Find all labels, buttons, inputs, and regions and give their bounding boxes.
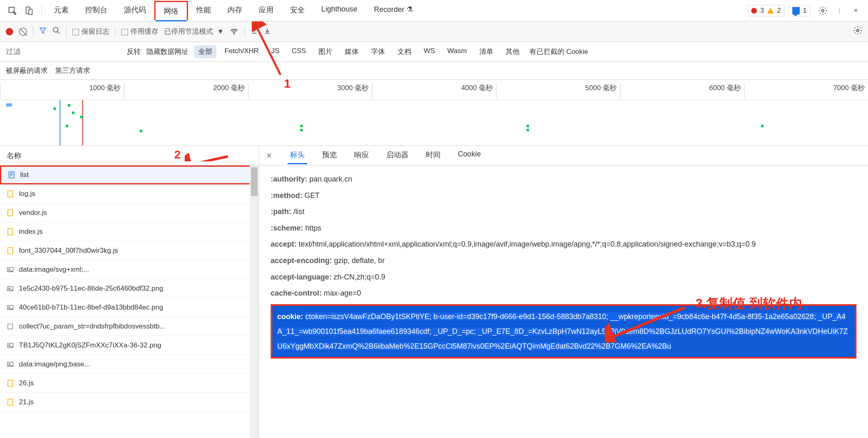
close-devtools-icon[interactable]: ✕ xyxy=(847,2,864,19)
panel-settings-icon[interactable] xyxy=(853,26,862,37)
svg-rect-10 xyxy=(8,191,13,197)
filter-chip-图片[interactable]: 图片 xyxy=(314,45,337,58)
annotation-arrow-3 xyxy=(605,305,687,342)
svg-rect-25 xyxy=(8,380,13,386)
header-scheme-key: :scheme: xyxy=(271,224,303,232)
request-row[interactable]: collect?uc_param_str=dndsfrpfbibdosvessb… xyxy=(0,317,259,336)
svg-rect-2 xyxy=(29,9,32,14)
messages-badge[interactable]: 1 xyxy=(789,5,810,16)
request-name: list xyxy=(20,171,29,179)
request-row[interactable]: log.js xyxy=(0,184,259,203)
network-main: 名称 2 listlog.jsvendor.jsindex.jsfont_330… xyxy=(0,146,868,438)
devtools-tab-4[interactable]: 性能 xyxy=(188,1,219,20)
svg-point-6 xyxy=(856,29,859,32)
throttling-select[interactable]: 已停用节流模式 ▼ xyxy=(164,27,224,36)
devtools-tab-9[interactable]: Recorder ⚗ xyxy=(366,1,421,20)
detail-tab-3[interactable]: 启动器 xyxy=(384,147,411,164)
timeline-tick: 2000 毫秒 xyxy=(124,83,248,98)
devtools-tab-2[interactable]: 源代码 xyxy=(116,1,154,20)
blocked-requests-checkbox[interactable]: 被屏蔽的请求 xyxy=(6,66,48,75)
blocked-cookies-checkbox[interactable]: 有已拦截的 Cookie xyxy=(529,47,588,56)
svg-point-4 xyxy=(53,28,58,33)
file-type-icon xyxy=(7,398,14,406)
detail-tab-4[interactable]: 时间 xyxy=(423,147,443,164)
request-row[interactable]: 1e5c2430-b975-11ec-86de-25c6460bdf32.png xyxy=(0,279,259,298)
request-row[interactable]: 40ce61b0-b71b-11ec-8bef-d9a13bbd84ec.png xyxy=(0,298,259,317)
request-name: 1e5c2430-b975-11ec-86de-25c6460bdf32.png xyxy=(19,284,163,293)
request-row[interactable]: vendor.js xyxy=(0,203,259,222)
record-button[interactable] xyxy=(6,28,13,35)
devtools-tab-5[interactable]: 内存 xyxy=(219,1,251,20)
svg-line-27 xyxy=(609,308,685,338)
filter-chip-媒体[interactable]: 媒体 xyxy=(341,45,363,58)
svg-point-5 xyxy=(234,33,234,34)
devtools-tab-7[interactable]: 安全 xyxy=(282,1,313,20)
disable-cache-checkbox[interactable]: 停用缓存 xyxy=(121,27,158,36)
close-detail-icon[interactable]: × xyxy=(263,150,275,161)
filter-chip-Wasm[interactable]: Wasm xyxy=(443,45,471,58)
devtools-tab-3[interactable]: 网络 xyxy=(154,1,188,20)
devtools-tabs: 元素控制台源代码网络性能内存应用安全LighthouseRecorder ⚗ xyxy=(46,1,421,20)
request-row[interactable]: 21.js xyxy=(0,393,259,412)
annotation-3: 3.复制值 到软件内 xyxy=(695,289,802,318)
svg-point-3 xyxy=(822,9,824,12)
filter-chip-全部[interactable]: 全部 xyxy=(194,45,216,58)
request-list[interactable]: listlog.jsvendor.jsindex.jsfont_3307044_… xyxy=(0,165,259,438)
clear-button[interactable] xyxy=(19,28,27,36)
filter-chip-WS[interactable]: WS xyxy=(420,45,439,58)
request-name: font_3307044_00f7hd0wir3kg.js xyxy=(19,247,118,255)
network-conditions-icon[interactable] xyxy=(230,26,239,37)
detail-tab-2[interactable]: 响应 xyxy=(352,147,371,164)
preserve-log-checkbox[interactable]: 保留日志 xyxy=(72,27,109,36)
issues-badge[interactable]: 3 2 xyxy=(747,5,784,16)
device-toggle-icon[interactable] xyxy=(21,2,37,19)
network-timeline[interactable]: 1000 毫秒2000 毫秒3000 毫秒4000 毫秒5000 毫秒6000 … xyxy=(0,80,868,146)
header-path-value: /list xyxy=(293,207,304,216)
more-icon[interactable]: ⋮ xyxy=(831,2,847,19)
header-accept-language-key: accept-language: xyxy=(271,273,332,281)
detail-tab-1[interactable]: 预览 xyxy=(320,147,339,164)
devtools-tab-6[interactable]: 应用 xyxy=(251,1,282,20)
request-row[interactable]: font_3307044_00f7hd0wir3kg.js xyxy=(0,241,259,260)
devtools-tab-1[interactable]: 控制台 xyxy=(77,1,116,20)
filter-input[interactable] xyxy=(6,47,121,56)
file-type-icon xyxy=(7,342,14,349)
request-row[interactable]: TB1J5Q7tKL2gK0jSZFmXXc7iXXa-36-32.png xyxy=(0,336,259,355)
file-type-icon xyxy=(7,323,14,330)
inspect-element-icon[interactable] xyxy=(4,2,21,19)
devtools-tab-8[interactable]: Lighthouse xyxy=(313,1,366,20)
detail-tab-5[interactable]: Cookie xyxy=(455,147,483,164)
filter-toggle-icon[interactable] xyxy=(39,27,46,36)
filter-chip-字体[interactable]: 字体 xyxy=(367,45,389,58)
svg-rect-12 xyxy=(8,228,13,235)
filter-chip-文档[interactable]: 文档 xyxy=(393,45,415,58)
settings-icon[interactable] xyxy=(815,2,831,19)
devtools-tab-0[interactable]: 元素 xyxy=(46,1,77,20)
request-row[interactable]: data:image/png;base... xyxy=(0,355,259,374)
headers-panel[interactable]: :authority: pan.quark.cn :method: GET :p… xyxy=(259,165,868,438)
scrollbar[interactable] xyxy=(250,165,259,438)
request-row[interactable]: index.js xyxy=(0,222,259,241)
annotation-arrow-2 xyxy=(185,153,230,161)
request-row[interactable]: list xyxy=(0,165,259,184)
header-accept-language-value: zh-CN,zh;q=0.9 xyxy=(334,273,385,281)
filter-chip-CSS[interactable]: CSS xyxy=(288,45,310,58)
search-icon[interactable] xyxy=(52,26,60,37)
name-column-header[interactable]: 名称 xyxy=(7,151,21,161)
svg-rect-26 xyxy=(8,399,13,405)
detail-tab-0[interactable]: 标头 xyxy=(288,147,307,164)
filter-chips: 全部Fetch/XHRJSCSS图片媒体字体文档WSWasm清单其他 xyxy=(194,45,524,58)
header-cookie-value: ctoken=iszsV4awFzDaOBy1tSKPtiYE; b-user-… xyxy=(277,312,848,350)
request-name: 40ce61b0-b71b-11ec-8bef-d9a13bbd84ec.png xyxy=(19,303,163,312)
filter-chip-清单[interactable]: 清单 xyxy=(475,45,497,58)
third-party-checkbox[interactable]: 第三方请求 xyxy=(55,66,90,75)
hide-data-urls-checkbox[interactable]: 隐藏数据网址 xyxy=(146,47,188,56)
filter-chip-其他[interactable]: 其他 xyxy=(501,45,524,58)
timeline-tick: 1000 毫秒 xyxy=(0,83,124,98)
svg-line-8 xyxy=(187,156,228,161)
request-row[interactable]: data:image/svg+xml;... xyxy=(0,260,259,279)
devtools-tabbar: 元素控制台源代码网络性能内存应用安全LighthouseRecorder ⚗ 3… xyxy=(0,0,868,21)
request-row[interactable]: 26.js xyxy=(0,374,259,393)
invert-checkbox[interactable]: 反转 xyxy=(127,47,141,56)
svg-rect-13 xyxy=(8,247,13,254)
